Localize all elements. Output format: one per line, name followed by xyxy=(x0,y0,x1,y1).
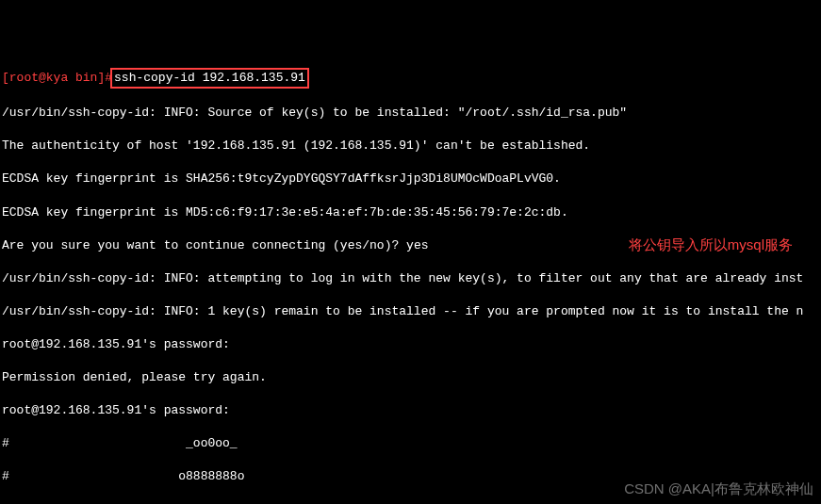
password-prompt[interactable]: root@192.168.135.91's password: xyxy=(2,336,819,353)
command-highlight: ssh-copy-id 192.168.135.91 xyxy=(110,68,309,89)
watermark-text: CSDN @AKA|布鲁克林欧神仙 xyxy=(624,480,813,498)
prompt-line[interactable]: [root@kya bin]#ssh-copy-id 192.168.135.9… xyxy=(2,68,819,89)
output-line: /usr/bin/ssh-copy-id: INFO: attempting t… xyxy=(2,270,819,287)
password-prompt[interactable]: root@192.168.135.91's password: xyxy=(2,402,819,419)
output-line: /usr/bin/ssh-copy-id: INFO: 1 key(s) rem… xyxy=(2,303,819,320)
annotation-label: 将公钥导入所以mysql服务 xyxy=(629,236,793,254)
output-line: ECDSA key fingerprint is MD5:c6:f9:17:3e… xyxy=(2,204,819,221)
ascii-art-line: # _oo0oo_ xyxy=(2,435,819,452)
confirm-prompt-text: Are you sure you want to continue connec… xyxy=(2,238,406,252)
prompt-user-host: [root@kya bin] xyxy=(2,71,105,85)
output-line: /usr/bin/ssh-copy-id: INFO: Source of ke… xyxy=(2,105,819,122)
output-line: Permission denied, please try again. xyxy=(2,369,819,386)
confirm-answer: yes xyxy=(406,238,428,252)
output-line: The authenticity of host '192.168.135.91… xyxy=(2,138,819,154)
command-text: ssh-copy-id 192.168.135.91 xyxy=(114,71,305,85)
output-line: ECDSA key fingerprint is SHA256:t9tcyZyp… xyxy=(2,171,819,187)
